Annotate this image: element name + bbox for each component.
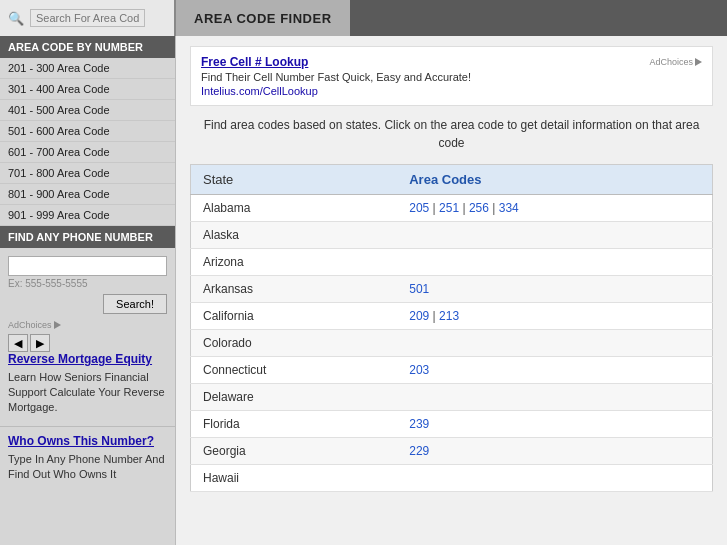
codes-cell [397,222,712,249]
area-code-link[interactable]: 256 [469,201,489,215]
sidebar-links: 201 - 300 Area Code301 - 400 Area Code40… [0,58,175,226]
state-cell: Arizona [191,249,398,276]
area-code-link[interactable]: 239 [409,417,429,431]
content-ad-banner: Free Cell # Lookup Find Their Cell Numbe… [190,46,713,106]
state-cell: Florida [191,411,398,438]
prev-arrow[interactable]: ◀ [8,334,28,352]
state-cell: Delaware [191,384,398,411]
area-code-link[interactable]: 205 [409,201,429,215]
col-state: State [191,165,398,195]
find-phone-title: FIND ANY PHONE NUMBER [0,226,175,248]
search-bar: 🔍 [0,0,176,36]
ad-banner-text: Find Their Cell Number Fast Quick, Easy … [201,71,702,83]
area-code-link[interactable]: 251 [439,201,459,215]
find-phone-section: Ex: 555-555-5555 Search! [0,248,175,302]
sidebar-ad-title[interactable]: Reverse Mortgage Equity [8,352,167,368]
codes-cell: 229 [397,438,712,465]
separator: | [429,201,439,215]
area-code-link[interactable]: 501 [409,282,429,296]
area-code-link[interactable]: 209 [409,309,429,323]
sidebar: AREA CODE BY NUMBER 201 - 300 Area Code3… [0,36,176,545]
state-cell: Arkansas [191,276,398,303]
codes-cell [397,384,712,411]
main-layout: AREA CODE BY NUMBER 201 - 300 Area Code3… [0,36,727,545]
table-row: Connecticut203 [191,357,713,384]
codes-cell: 209 | 213 [397,303,712,330]
table-header-row: State Area Codes [191,165,713,195]
col-codes: Area Codes [397,165,712,195]
phone-input[interactable] [8,256,167,276]
state-cell: Connecticut [191,357,398,384]
intro-text: Find area codes based on states. Click o… [190,116,713,152]
nav-arrows: ◀ ▶ [8,334,167,352]
search-input[interactable] [30,9,145,27]
state-cell: Hawaii [191,465,398,492]
table-row: Colorado [191,330,713,357]
phone-placeholder: Ex: 555-555-5555 [8,278,167,289]
sidebar-link[interactable]: 701 - 800 Area Code [0,163,175,184]
who-owns-title[interactable]: Who Owns This Number? [8,433,167,450]
ad-triangle-icon [54,321,61,329]
table-row: Delaware [191,384,713,411]
sidebar-link[interactable]: 601 - 700 Area Code [0,142,175,163]
area-code-link[interactable]: 229 [409,444,429,458]
table-row: Hawaii [191,465,713,492]
search-icon-header: 🔍 [8,11,24,26]
sidebar-ad: AdChoices ◀ ▶ Reverse Mortgage Equity Le… [0,314,175,422]
table-row: Georgia229 [191,438,713,465]
table-row: Arkansas501 [191,276,713,303]
state-cell: Colorado [191,330,398,357]
tab-label: AREA CODE FINDER [194,11,332,26]
search-button[interactable]: Search! [103,294,167,314]
ad-banner-link[interactable]: Intelius.com/CellLookup [201,85,702,97]
codes-cell [397,249,712,276]
state-cell: Alaska [191,222,398,249]
sidebar-link[interactable]: 801 - 900 Area Code [0,184,175,205]
sidebar-link[interactable]: 501 - 600 Area Code [0,121,175,142]
who-owns-section: Who Owns This Number? Type In Any Phone … [0,426,175,489]
codes-cell: 239 [397,411,712,438]
state-cell: Georgia [191,438,398,465]
separator: | [489,201,499,215]
area-code-link[interactable]: 213 [439,309,459,323]
sidebar-ad-choices: AdChoices [8,320,167,330]
state-cell: Alabama [191,195,398,222]
sidebar-link[interactable]: 901 - 999 Area Code [0,205,175,226]
next-arrow[interactable]: ▶ [30,334,50,352]
sidebar-section-title: AREA CODE BY NUMBER [0,36,175,58]
codes-cell: 203 [397,357,712,384]
table-body: Alabama205 | 251 | 256 | 334AlaskaArizon… [191,195,713,492]
codes-cell [397,330,712,357]
area-code-table: State Area Codes Alabama205 | 251 | 256 … [190,164,713,492]
content-area: Free Cell # Lookup Find Their Cell Numbe… [176,36,727,545]
sidebar-link[interactable]: 201 - 300 Area Code [0,58,175,79]
header: 🔍 AREA CODE FINDER [0,0,727,36]
area-code-link[interactable]: 334 [499,201,519,215]
ad-banner-title[interactable]: Free Cell # Lookup [201,55,702,69]
ad-banner-choices: AdChoices [649,57,702,67]
area-code-link[interactable]: 203 [409,363,429,377]
who-owns-text: Type In Any Phone Number And Find Out Wh… [8,452,167,483]
separator: | [459,201,469,215]
ad-choices-triangle-icon [695,58,702,66]
sidebar-link[interactable]: 301 - 400 Area Code [0,79,175,100]
table-row: Alaska [191,222,713,249]
table-row: Alabama205 | 251 | 256 | 334 [191,195,713,222]
table-row: Florida239 [191,411,713,438]
table-row: Arizona [191,249,713,276]
area-code-finder-tab: AREA CODE FINDER [176,0,350,36]
table-row: California209 | 213 [191,303,713,330]
state-cell: California [191,303,398,330]
sidebar-ad-text: Learn How Seniors Financial Support Calc… [8,370,167,416]
codes-cell: 205 | 251 | 256 | 334 [397,195,712,222]
sidebar-link[interactable]: 401 - 500 Area Code [0,100,175,121]
codes-cell [397,465,712,492]
codes-cell: 501 [397,276,712,303]
separator: | [429,309,439,323]
